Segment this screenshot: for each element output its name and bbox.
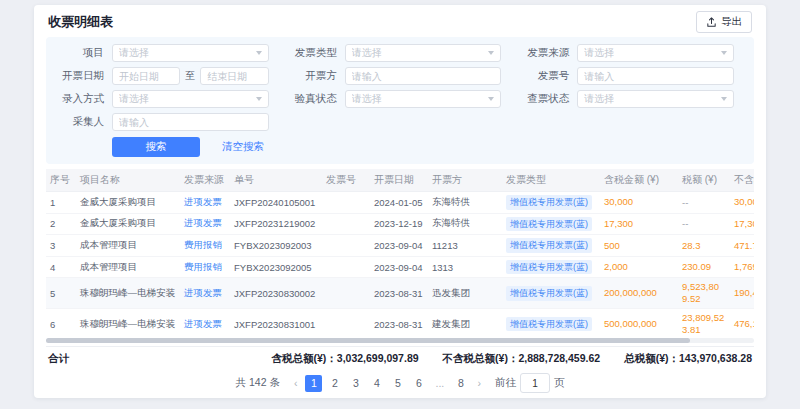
column-header: 序号 xyxy=(46,169,76,192)
cell-tax: 28.3 xyxy=(678,235,730,257)
pagination-page-3[interactable]: 3 xyxy=(347,375,364,392)
select-placeholder: 请选择 xyxy=(119,92,149,106)
cell-amount-incl-tax: 500 xyxy=(600,235,678,257)
cell-project: 金威大厦采购项目 xyxy=(76,213,180,235)
cell-order-no: FYBX2023092003 xyxy=(230,235,322,257)
cell-index: 3 xyxy=(46,235,76,257)
cell-invoice-no xyxy=(322,309,370,335)
table-row: 4成本管理项目费用报销FYBX20230920052023-09-041313增… xyxy=(46,256,754,278)
cell-source: 进项发票 xyxy=(180,192,230,214)
pagination-page-2[interactable]: 2 xyxy=(326,375,343,392)
export-button[interactable]: 导出 xyxy=(696,11,752,33)
filter-panel: 项目请选择发票类型请选择发票来源请选择开票日期至开票方发票号录入方式请选择验真状… xyxy=(46,37,754,164)
goto-suffix: 页 xyxy=(554,376,565,390)
cell-order-no: JXFP20240105001 xyxy=(230,192,322,214)
pagination-page-5[interactable]: 5 xyxy=(389,375,406,392)
amount-value: 30,000 xyxy=(604,196,633,208)
select-placeholder: 请选择 xyxy=(352,46,382,60)
pagination-more[interactable]: ... xyxy=(431,375,448,392)
filter-label-verify-status: 验真状态 xyxy=(281,92,337,106)
cell-amount-incl-tax: 500,000,000 xyxy=(600,309,678,335)
amount-value: 30,000 xyxy=(734,196,754,208)
invoice-source-link[interactable]: 进项发票 xyxy=(184,318,222,329)
summary-incl-tax-value: 3,032,699,097.89 xyxy=(337,352,419,364)
cell-issuer: 1313 xyxy=(428,256,502,278)
filter-select-verify-status[interactable]: 请选择 xyxy=(345,90,502,108)
table-header-row: 序号项目名称发票来源单号发票号开票日期开票方发票类型含税金额 (¥)税额 (¥)… xyxy=(46,169,754,192)
invoice-source-link[interactable]: 费用报销 xyxy=(184,239,222,250)
summary-incl-tax: 含税总额(¥)：3,032,699,097.89 xyxy=(271,352,418,366)
filter-select-invoice-source[interactable]: 请选择 xyxy=(577,44,734,62)
cell-source: 进项发票 xyxy=(180,213,230,235)
amount-value: 9,523,809.52 xyxy=(682,281,726,305)
pagination-page-8[interactable]: 8 xyxy=(452,375,469,392)
table-row: 1金威大厦采购项目进项发票JXFP202401050012024-01-05东海… xyxy=(46,192,754,214)
date-start-box[interactable] xyxy=(112,67,180,85)
cell-source: 进项发票 xyxy=(180,278,230,309)
filter-input-invoice-no-field[interactable] xyxy=(584,71,727,82)
search-button[interactable]: 搜索 xyxy=(112,137,200,157)
filter-field-project: 项目请选择 xyxy=(48,44,281,62)
filter-grid: 项目请选择发票类型请选择发票来源请选择开票日期至开票方发票号录入方式请选择验真状… xyxy=(48,44,746,131)
table-row: 3成本管理项目费用报销FYBX20230920032023-09-0411213… xyxy=(46,235,754,257)
scrollbar-thumb[interactable] xyxy=(46,338,690,343)
filter-input-invoice-no[interactable] xyxy=(577,67,734,85)
pagination-page-1[interactable]: 1 xyxy=(305,375,322,392)
filter-field-entry-method: 录入方式请选择 xyxy=(48,90,281,108)
filter-input-issuer[interactable] xyxy=(345,67,502,85)
filter-label-check-status: 查票状态 xyxy=(513,92,569,106)
invoice-source-link[interactable]: 进项发票 xyxy=(184,196,222,207)
pagination-prev[interactable]: ‹ xyxy=(291,377,301,389)
summary-total-tax-label: 总税额(¥)： xyxy=(624,352,679,364)
invoice-source-link[interactable]: 进项发票 xyxy=(184,287,222,298)
filter-input-collector-field[interactable] xyxy=(119,117,262,128)
select-placeholder: 请选择 xyxy=(584,46,614,60)
cell-type: 增值税专用发票(蓝) xyxy=(502,256,600,278)
filter-field-issuer: 开票方 xyxy=(281,67,514,85)
cell-issuer: 迅发集团 xyxy=(428,278,502,309)
date-end-box[interactable] xyxy=(200,67,268,85)
filter-select-invoice-type[interactable]: 请选择 xyxy=(345,44,502,62)
cell-issuer: 11213 xyxy=(428,235,502,257)
pagination-next[interactable]: › xyxy=(474,377,484,389)
cell-amount-incl-tax: 30,000 xyxy=(600,192,678,214)
invoice-source-link[interactable]: 进项发票 xyxy=(184,217,222,228)
pagination-goto-input[interactable] xyxy=(520,373,550,393)
export-label: 导出 xyxy=(721,15,742,29)
cell-invoice-no xyxy=(322,192,370,214)
cell-date: 2024-01-05 xyxy=(370,192,428,214)
filter-field-collector: 采集人 xyxy=(48,113,281,131)
titlebar: 收票明细表 导出 xyxy=(34,5,766,37)
date-start-input[interactable] xyxy=(119,71,173,82)
cell-index: 6 xyxy=(46,309,76,335)
pagination-page-4[interactable]: 4 xyxy=(368,375,385,392)
invoice-type-badge: 增值税专用发票(蓝) xyxy=(506,317,592,332)
filter-select-entry-method[interactable]: 请选择 xyxy=(112,90,269,108)
cell-invoice-no xyxy=(322,256,370,278)
summary-incl-tax-label: 含税总额(¥)： xyxy=(271,352,336,364)
invoice-source-link[interactable]: 费用报销 xyxy=(184,261,222,272)
cell-index: 5 xyxy=(46,278,76,309)
cell-index: 1 xyxy=(46,192,76,214)
pagination-page-6[interactable]: 6 xyxy=(410,375,427,392)
filter-select-check-status[interactable]: 请选择 xyxy=(577,90,734,108)
filter-field-invoice-source: 发票来源请选择 xyxy=(513,44,746,62)
summary-excl-tax: 不含税总额(¥)：2,888,728,459.62 xyxy=(443,352,601,366)
invoice-table: 序号项目名称发票来源单号发票号开票日期开票方发票类型含税金额 (¥)税额 (¥)… xyxy=(46,169,754,335)
date-end-input[interactable] xyxy=(207,71,261,82)
filter-field-verify-status: 验真状态请选择 xyxy=(281,90,514,108)
cell-tax: -- xyxy=(678,192,730,214)
cell-date: 2023-09-04 xyxy=(370,235,428,257)
filter-input-collector[interactable] xyxy=(112,113,269,131)
chevron-down-icon xyxy=(256,51,262,55)
cell-amount-excl-tax: 1,769.91 xyxy=(730,256,754,278)
cell-order-no: FYBX2023092005 xyxy=(230,256,322,278)
horizontal-scrollbar[interactable] xyxy=(46,338,754,343)
amount-value: 230.09 xyxy=(682,261,711,273)
cell-tax: 23,809,523.81 xyxy=(678,309,730,335)
clear-search-button[interactable]: 清空搜索 xyxy=(216,139,270,155)
filter-select-project[interactable]: 请选择 xyxy=(112,44,269,62)
filter-label-issuer: 开票方 xyxy=(281,69,337,83)
filter-input-issuer-field[interactable] xyxy=(352,71,495,82)
table-row: 6珠穆朗玛峰—电梯安装进项发票JXFP202308310012023-08-31… xyxy=(46,309,754,335)
